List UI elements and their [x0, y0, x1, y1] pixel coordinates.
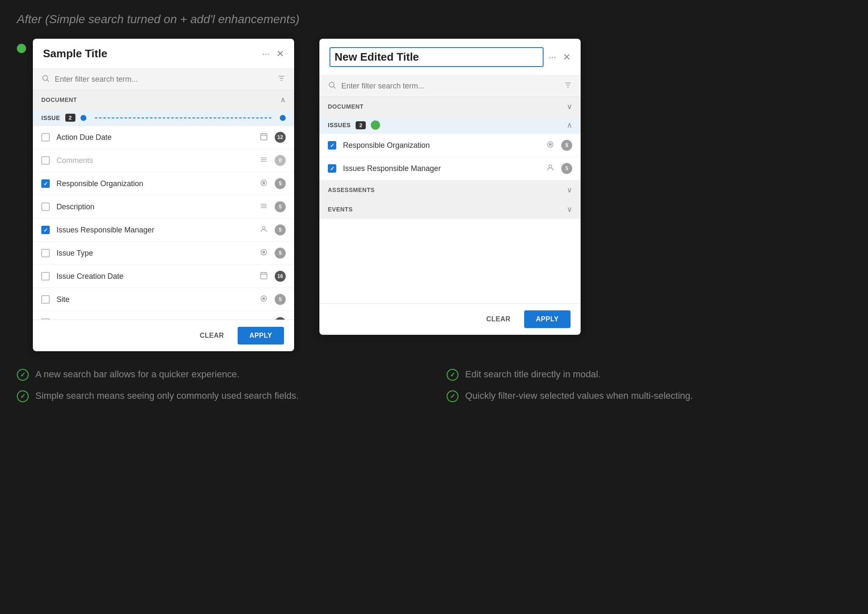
- right-issues-label: ISSUES: [328, 122, 351, 128]
- right-green-dot-sm: [371, 120, 380, 130]
- left-clear-button[interactable]: CLEAR: [193, 328, 231, 344]
- right-issues-row: ISSUES 2 ∧: [319, 116, 581, 134]
- left-item-2: Comments 0: [33, 149, 294, 172]
- svg-point-0: [43, 75, 48, 80]
- left-item-8: Site 5: [33, 288, 294, 311]
- right-search-icon: [328, 81, 336, 91]
- right-badge-2: 5: [561, 163, 572, 174]
- right-item-1: Responsible Organization 5: [319, 134, 581, 157]
- right-checkbox-1[interactable]: [328, 141, 336, 149]
- left-icon-person-5: [260, 225, 268, 235]
- right-panel-title-input[interactable]: [330, 47, 544, 67]
- right-badge-1: 5: [561, 140, 572, 151]
- left-panel: Sample Title ··· ✕: [33, 39, 294, 351]
- right-issues-chevron: ∧: [567, 120, 572, 130]
- left-label-9: Issue Tags: [56, 318, 253, 320]
- left-badge-2: 0: [275, 155, 286, 166]
- svg-line-30: [334, 87, 336, 89]
- right-apply-button[interactable]: APPLY: [524, 310, 571, 328]
- left-checkbox-8[interactable]: [41, 295, 50, 304]
- left-apply-button[interactable]: APPLY: [238, 327, 284, 344]
- left-search-bar: [33, 69, 294, 90]
- left-icon-circle-8: [260, 294, 268, 305]
- left-badge-3: 5: [275, 178, 286, 189]
- left-checkbox-2[interactable]: [41, 156, 50, 165]
- left-label-6: Issue Type: [56, 249, 253, 258]
- left-badge-6: 5: [275, 248, 286, 259]
- right-section-document-label: DOCUMENT: [328, 103, 364, 110]
- left-section-document-chevron: ∧: [280, 95, 286, 104]
- left-close-button[interactable]: ✕: [276, 49, 284, 59]
- left-list: Action Due Date 12 Comments 0: [33, 126, 294, 320]
- left-item-4: Description 5: [33, 195, 294, 219]
- left-checkbox-6[interactable]: [41, 249, 50, 257]
- left-checkbox-9[interactable]: [41, 318, 50, 320]
- left-icon-list-4: [260, 202, 268, 212]
- svg-point-25: [263, 297, 265, 299]
- svg-rect-20: [261, 272, 267, 279]
- left-dot-end: [280, 115, 286, 121]
- left-filter-icon[interactable]: [277, 74, 286, 85]
- right-section-assessments-label: ASSESSMENTS: [328, 187, 375, 193]
- left-label-4: Description: [56, 203, 253, 211]
- note-left-1: A new search bar allows for a quicker ex…: [17, 368, 421, 381]
- left-label-1: Action Due Date: [56, 133, 253, 142]
- svg-point-19: [263, 251, 265, 253]
- right-section-assessments[interactable]: ASSESSMENTS ∨: [319, 180, 581, 200]
- left-item-7: Issue Creation Date 16: [33, 265, 294, 288]
- check-circle-left-2: [17, 390, 29, 402]
- left-label-8: Site: [56, 295, 253, 304]
- note-right-1: Edit search title directly in modal.: [447, 368, 851, 381]
- svg-point-13: [263, 182, 265, 184]
- left-checkbox-7[interactable]: [41, 272, 50, 280]
- left-checkbox-5[interactable]: [41, 226, 50, 234]
- right-label-2: Issues Responsible Manager: [343, 164, 539, 173]
- left-item-5: Issues Responsible Manager 5: [33, 219, 294, 242]
- right-close-button[interactable]: ✕: [563, 53, 571, 62]
- left-section-document-label: DOCUMENT: [41, 96, 77, 103]
- left-item-9: Issue Tags 12: [33, 311, 294, 320]
- left-checkbox-1[interactable]: [41, 133, 50, 141]
- left-dot-start: [80, 115, 86, 121]
- left-label-7: Issue Creation Date: [56, 272, 253, 281]
- right-header-icons: ··· ✕: [549, 53, 571, 62]
- right-icon-person-2: [546, 163, 555, 174]
- bottom-notes: A new search bar allows for a quicker ex…: [17, 368, 851, 403]
- right-section-events[interactable]: EVENTS ∨: [319, 200, 581, 219]
- note-left-2: Simple search means seeing only commonly…: [17, 390, 421, 403]
- left-more-button[interactable]: ···: [262, 49, 270, 59]
- left-issue-badge: 2: [65, 114, 75, 122]
- right-search-bar: [319, 76, 581, 97]
- left-icon-calendar-7: [260, 271, 268, 282]
- right-item-2: Issues Responsible Manager 5: [319, 157, 581, 180]
- right-checkbox-2[interactable]: [328, 164, 336, 173]
- note-text-right-1: Edit search title directly in modal.: [465, 368, 601, 381]
- note-text-right-2: Quickly filter-view selected values when…: [465, 390, 693, 403]
- right-more-button[interactable]: ···: [549, 53, 556, 62]
- svg-point-35: [549, 143, 552, 145]
- left-icon-list-2: [260, 155, 268, 166]
- left-item-6: Issue Type 5: [33, 242, 294, 265]
- svg-point-29: [329, 82, 334, 87]
- left-search-input[interactable]: [55, 75, 272, 84]
- right-clear-button[interactable]: CLEAR: [480, 311, 517, 327]
- right-filter-icon[interactable]: [564, 81, 572, 91]
- right-search-input[interactable]: [341, 82, 559, 91]
- left-badge-1: 12: [275, 132, 286, 143]
- left-icon-circle-3: [260, 179, 268, 189]
- left-issue-row: ISSUE 2: [33, 109, 294, 126]
- left-section-document[interactable]: DOCUMENT ∧: [33, 90, 294, 109]
- right-section-document-chevron: ∨: [567, 102, 572, 111]
- left-label-2: Comments: [56, 156, 253, 165]
- left-issue-label: ISSUE: [41, 115, 60, 121]
- right-icon-circle-1: [546, 140, 555, 151]
- left-badge-9: 12: [275, 317, 286, 320]
- left-checkbox-3[interactable]: [41, 179, 50, 188]
- right-spacer: [319, 219, 581, 303]
- left-checkbox-4[interactable]: [41, 203, 50, 211]
- notes-left-col: A new search bar allows for a quicker ex…: [17, 368, 421, 403]
- note-text-left-2: Simple search means seeing only commonly…: [35, 390, 299, 403]
- right-issues-badge: 2: [356, 121, 366, 129]
- check-circle-right-1: [447, 369, 458, 381]
- right-section-document[interactable]: DOCUMENT ∨: [319, 97, 581, 116]
